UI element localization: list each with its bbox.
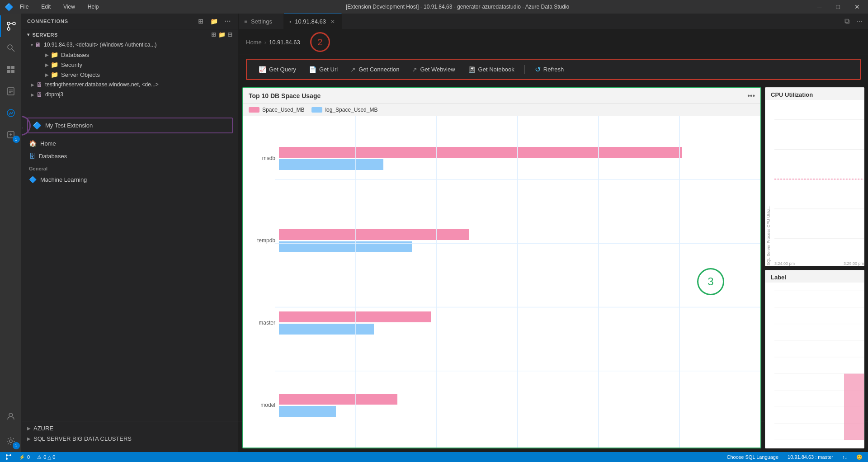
add-server-icon[interactable]: ⊞ — [211, 31, 217, 38]
activity-extensions[interactable] — [0, 59, 22, 80]
warning-count: 0 △ 0 — [43, 454, 55, 460]
sql-big-data-section[interactable]: ▶ SQL SERVER BIG DATA CLUSTERS — [22, 434, 238, 444]
azure-section[interactable]: ▶ AZURE — [22, 423, 238, 434]
cpu-chart-title: CPU Utilization — [765, 88, 864, 100]
status-connections-icon[interactable] — [4, 454, 14, 460]
get-url-button[interactable]: 📄 Get Url — [304, 64, 342, 75]
toolbar-divider — [524, 65, 525, 74]
settings-tab-icon: ≡ — [244, 18, 247, 24]
label-chart-card: Label — [765, 270, 864, 449]
activity-account[interactable] — [0, 405, 22, 427]
breadcrumb-separator: › — [264, 39, 266, 46]
activity-connections[interactable] — [0, 15, 22, 37]
svg-point-0 — [7, 22, 10, 25]
get-notebook-button[interactable]: 📓 Get Notebook — [463, 64, 519, 75]
titlebar-window-controls: ─ □ ✕ — [814, 2, 863, 11]
databases-item[interactable]: ▶ 📁 Databases — [22, 50, 238, 60]
chart-legend: Space_Used_MB log_Space_Used_MB — [243, 104, 760, 116]
server-collapse-icon[interactable]: ⊟ — [227, 31, 233, 38]
server-item-3[interactable]: ▶ 🖥 dbproj3 — [22, 90, 238, 99]
minimize-button[interactable]: ─ — [814, 2, 826, 11]
get-url-icon: 📄 — [309, 66, 316, 73]
menu-file[interactable]: File — [17, 3, 31, 11]
status-sync-icon[interactable]: ↑↓ — [840, 454, 849, 460]
titlebar-title: [Extension Development Host] - 10.91.84.… — [102, 4, 814, 10]
server3-icon: 🖥 — [36, 91, 42, 98]
nav-machine-learning[interactable]: 🔷 Machine Learning — [22, 173, 238, 186]
collapse-icon[interactable]: ··· — [223, 17, 233, 26]
cpu-chart-card: CPU Utilization SQL Server Process CPU U… — [765, 87, 864, 266]
extension-icon: 🔷 — [33, 121, 42, 130]
servers-section-header[interactable]: ▾ SERVERS ⊞ 📁 ⊟ — [22, 29, 238, 40]
new-folder-icon[interactable]: 📁 — [208, 17, 220, 26]
status-feedback-icon[interactable]: 😊 — [854, 454, 864, 460]
db-space-chart-card: Top 10 DB Space Usage ••• Space_Used_MB … — [242, 87, 761, 448]
status-server-connection[interactable]: 10.91.84.63 : master — [786, 454, 835, 460]
server-objects-item[interactable]: ▶ 📁 Server Objects — [22, 70, 238, 80]
bar-label-model: model — [250, 402, 275, 408]
warning-icon: ⚠ — [37, 454, 42, 460]
more-tabs-button[interactable]: ··· — [855, 15, 864, 27]
refresh-button[interactable]: ↺ Refresh — [530, 63, 569, 75]
close-button[interactable]: ✕ — [851, 2, 863, 11]
sidebar-tree: ▾ SERVERS ⊞ 📁 ⊟ ▾ 🖥 10.91.84.63, <defaul… — [22, 29, 238, 452]
legend-space-label: Space_Used_MB — [262, 107, 304, 113]
security-item[interactable]: ▶ 📁 Security — [22, 60, 238, 70]
folder-databases-icon: 📁 — [51, 51, 58, 58]
split-editor-button[interactable]: ⧉ — [843, 15, 851, 27]
activity-settings[interactable]: 1 — [0, 430, 22, 452]
status-sql-language[interactable]: Choose SQL Language — [725, 454, 781, 460]
dashboard: Top 10 DB Space Usage ••• Space_Used_MB … — [239, 84, 868, 452]
tab-server[interactable]: ▪ 10.91.84.63 ✕ — [284, 14, 342, 29]
sync-icon: ↑↓ — [842, 454, 847, 460]
annotation-circle-3: 3 — [697, 268, 724, 295]
nav-home[interactable]: 🏠 Home — [22, 137, 238, 150]
get-connection-button[interactable]: ↗ Get Connection — [346, 64, 404, 75]
get-query-button[interactable]: 📈 Get Query — [254, 64, 301, 75]
activity-monitor[interactable] — [0, 102, 22, 124]
sql-language-label: Choose SQL Language — [727, 454, 779, 460]
titlebar-left: 🔷 File Edit View Help — [5, 3, 102, 11]
breadcrumb-home[interactable]: Home — [246, 39, 262, 46]
content-area: ≡ Settings ▪ 10.91.84.63 ✕ ⧉ ··· Home › … — [239, 14, 868, 452]
new-connection-icon[interactable]: ⊞ — [196, 17, 206, 26]
menu-help[interactable]: Help — [85, 3, 102, 11]
sql-big-data-label: SQL SERVER BIG DATA CLUSTERS — [33, 435, 132, 442]
get-notebook-label: Get Notebook — [478, 66, 514, 73]
main-content: Home › 10.91.84.63 2 📈 Get Query 📄 Get U… — [239, 29, 868, 452]
tab-server-label: 10.91.84.63 — [295, 18, 326, 25]
nav-home-label: Home — [40, 140, 56, 147]
activity-notebooks[interactable] — [0, 80, 22, 102]
tab-settings[interactable]: ≡ Settings — [239, 14, 284, 29]
server-action-icon[interactable]: 📁 — [218, 31, 226, 38]
servers-chevron-icon: ▾ — [27, 32, 30, 37]
get-notebook-icon: 📓 — [468, 66, 476, 73]
maximize-button[interactable]: □ — [833, 2, 844, 11]
activity-search[interactable] — [0, 37, 22, 59]
sidebar: CONNECTIONS ⊞ 📁 ··· ▾ SERVERS ⊞ 📁 ⊟ ▾ — [22, 14, 239, 452]
tab-bar: ≡ Settings ▪ 10.91.84.63 ✕ ⧉ ··· — [239, 14, 868, 29]
status-errors[interactable]: ⚡ 0 — [17, 454, 32, 460]
status-warnings[interactable]: ⚠ 0 △ 0 — [35, 454, 57, 460]
activity-deployments[interactable]: 1 — [0, 124, 22, 146]
bar-label-msdb: msdb — [250, 155, 275, 161]
error-count: 0 — [27, 454, 30, 460]
tab-close-button[interactable]: ✕ — [330, 18, 336, 26]
svg-point-1 — [13, 22, 15, 25]
svg-point-62 — [9, 454, 11, 456]
get-connection-icon: ↗ — [350, 66, 356, 73]
server-item-main[interactable]: ▾ 🖥 10.91.84.63, <default> (Windows Auth… — [22, 40, 238, 50]
svg-rect-60 — [844, 373, 864, 440]
menu-edit[interactable]: Edit — [38, 3, 53, 11]
get-webview-button[interactable]: ↗ Get Webview — [407, 64, 459, 75]
databases-chevron-icon: ▶ — [45, 52, 49, 57]
tab-actions: ⧉ ··· — [839, 14, 868, 29]
server-name-main: 10.91.84.63, <default> (Windows Authenti… — [44, 42, 157, 48]
server-tab-icon: ▪ — [289, 19, 291, 25]
chart-more-button[interactable]: ••• — [747, 92, 755, 100]
menu-view[interactable]: View — [61, 3, 78, 11]
label-chart-title: Label — [765, 270, 864, 283]
server-item-2[interactable]: ▶ 🖥 testingtheserver.database.windows.ne… — [22, 80, 238, 90]
my-test-extension-nav-item[interactable]: 🔷 My Test Extension — [27, 118, 233, 133]
nav-databases[interactable]: 🗄 Databases — [22, 150, 238, 162]
